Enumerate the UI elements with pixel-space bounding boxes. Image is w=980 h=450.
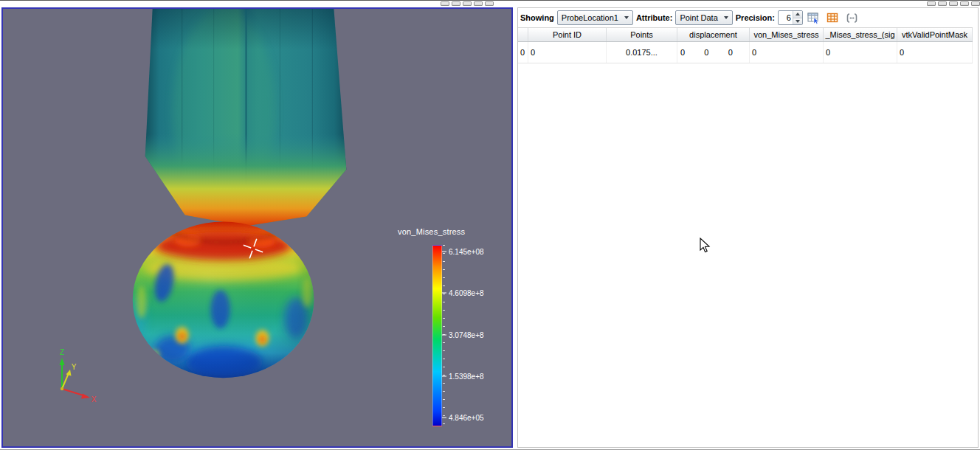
displacement-cell: 0 0 0 bbox=[677, 42, 750, 63]
table-row[interactable]: 0 0 0.0175... 0 0 0 0 0 0 bbox=[518, 42, 973, 63]
toggle-column-visibility-button[interactable] bbox=[825, 10, 841, 26]
chevron-down-icon bbox=[624, 16, 629, 19]
view-frame-button[interactable] bbox=[452, 1, 460, 6]
legend-tick bbox=[442, 417, 446, 418]
view-frame-button[interactable] bbox=[949, 1, 958, 6]
legend-label: 6.145e+08 bbox=[442, 248, 484, 256]
legend-label: 3.0748e+8 bbox=[442, 330, 484, 339]
axis-y-label: Y bbox=[72, 363, 77, 371]
attribute-combobox-value: Point Data bbox=[680, 13, 717, 22]
von-mises-stress-cell: 0 bbox=[750, 42, 824, 63]
toggle-field-data-button[interactable] bbox=[844, 10, 860, 26]
showing-label: Showing bbox=[520, 13, 554, 22]
show-only-selected-icon bbox=[807, 12, 820, 24]
view-frame-button[interactable] bbox=[485, 1, 494, 6]
spin-down-icon bbox=[796, 20, 800, 23]
view-frame-button[interactable] bbox=[463, 1, 472, 6]
axis-z-label: Z bbox=[60, 348, 64, 356]
legend-tick bbox=[442, 293, 446, 294]
view-frame-button[interactable] bbox=[971, 1, 980, 6]
view-frame-button[interactable] bbox=[927, 1, 936, 6]
column-header-point-id[interactable]: Point ID bbox=[528, 28, 607, 41]
precision-spinbox[interactable]: 6 bbox=[778, 10, 803, 25]
view-frame-button[interactable] bbox=[938, 1, 947, 6]
view-frame-button[interactable] bbox=[474, 1, 483, 6]
row-index-cell: 0 bbox=[518, 42, 528, 63]
render-view-titlebar-buttons bbox=[441, 1, 494, 6]
column-header-points[interactable]: Points bbox=[607, 28, 677, 41]
point-id-cell: 0 bbox=[528, 42, 607, 63]
attribute-combobox[interactable]: Point Data bbox=[675, 10, 732, 25]
chevron-down-icon bbox=[724, 16, 728, 19]
table-header-row: Point ID Points displacement von_Mises_s… bbox=[518, 27, 973, 42]
paraview-window: von_Mises_stress 6.145e+08 4.6098e+8 3.0… bbox=[0, 0, 980, 450]
spin-up-icon bbox=[796, 13, 800, 15]
showing-combobox-value: ProbeLocation1 bbox=[562, 13, 618, 22]
displacement-y: 0 bbox=[701, 48, 725, 57]
attribute-label: Attribute: bbox=[636, 13, 673, 22]
spin-up-button[interactable] bbox=[793, 11, 802, 18]
mouse-cursor bbox=[700, 238, 711, 254]
column-header-mises-stress-sig[interactable]: _Mises_stress_(sig bbox=[824, 28, 897, 41]
mises-stress-sig-cell: 0 bbox=[824, 42, 897, 63]
show-only-selected-button[interactable] bbox=[806, 10, 822, 26]
orientation-axes: Z Y X bbox=[41, 346, 103, 411]
render-view[interactable]: von_Mises_stress 6.145e+08 4.6098e+8 3.0… bbox=[1, 7, 513, 448]
row-index-header bbox=[518, 28, 528, 41]
legend-tick bbox=[442, 334, 446, 335]
legend-tick bbox=[442, 252, 446, 252]
column-header-valid-point-mask[interactable]: vtkValidPointMask bbox=[897, 28, 973, 41]
color-legend[interactable]: von_Mises_stress 6.145e+08 4.6098e+8 3.0… bbox=[398, 227, 508, 426]
column-header-von-mises-stress[interactable]: von_Mises_stress bbox=[750, 28, 824, 41]
legend-label: 1.5398e+8 bbox=[442, 372, 484, 380]
showing-combobox[interactable]: ProbeLocation1 bbox=[557, 10, 633, 25]
points-cell: 0.0175... bbox=[607, 42, 677, 63]
probe-crosshair[interactable] bbox=[235, 231, 271, 266]
precision-value: 6 bbox=[779, 11, 793, 24]
precision-label: Precision: bbox=[736, 13, 775, 22]
legend-label: 4.846e+05 bbox=[442, 413, 484, 421]
legend-tick bbox=[442, 375, 446, 376]
spinner-buttons bbox=[793, 11, 802, 24]
spin-down-button[interactable] bbox=[793, 18, 802, 25]
displacement-z: 0 bbox=[725, 48, 749, 57]
spreadsheet-titlebar-buttons bbox=[927, 1, 980, 6]
toggle-column-visibility-icon bbox=[827, 12, 839, 24]
toggle-field-data-icon bbox=[846, 12, 858, 24]
legend-color-bar bbox=[432, 245, 442, 426]
legend-label: 4.6098e+8 bbox=[442, 289, 484, 297]
valid-point-mask-cell: 0 bbox=[897, 42, 973, 63]
axis-x-label: X bbox=[92, 395, 97, 404]
view-frame-button[interactable] bbox=[960, 1, 969, 6]
spreadsheet-table: Point ID Points displacement von_Mises_s… bbox=[518, 27, 973, 63]
spreadsheet-toolbar: Showing ProbeLocation1 Attribute: Point … bbox=[518, 8, 978, 27]
displacement-x: 0 bbox=[677, 48, 701, 57]
column-header-displacement[interactable]: displacement bbox=[677, 28, 750, 41]
view-frame-button[interactable] bbox=[441, 1, 449, 6]
spreadsheet-view: Showing ProbeLocation1 Attribute: Point … bbox=[517, 7, 979, 448]
legend-title: von_Mises_stress bbox=[398, 227, 508, 236]
